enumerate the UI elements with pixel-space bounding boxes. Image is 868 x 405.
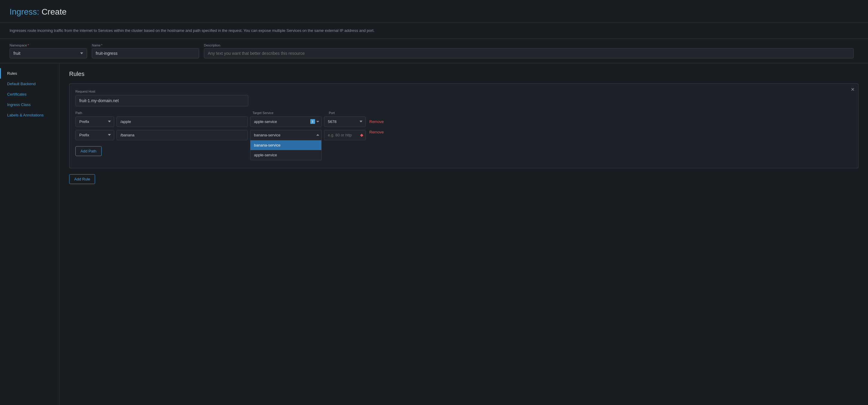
remove-button-2[interactable]: Remove <box>368 130 385 134</box>
page-description: Ingresses route incoming traffic from th… <box>0 23 868 39</box>
sidebar-item-rules[interactable]: Rules <box>0 68 59 79</box>
target-service-col-header: Target Service <box>252 111 324 115</box>
page-header: Ingress: Create <box>0 0 868 23</box>
namespace-field: Namespace* fruit <box>9 43 87 58</box>
path-row-2: Prefix Exact ImplementationSpecific bana… <box>75 130 852 140</box>
description-label: Description <box>204 43 854 47</box>
page-title-accent: Ingress: <box>9 7 39 16</box>
namespace-label-text: Namespace <box>9 43 27 47</box>
name-field: Name* <box>92 43 199 58</box>
chevron-down-icon-1 <box>316 121 319 123</box>
sidebar-label-certificates: Certificates <box>7 92 27 97</box>
service-icons-1: i <box>310 119 319 124</box>
sidebar-label-labels-annotations: Labels & Annotations <box>7 113 43 117</box>
add-path-section: Add Path <box>75 144 852 162</box>
target-service-input-2[interactable] <box>250 130 321 140</box>
target-service-dropdown: banana-service apple-service <box>250 140 321 160</box>
namespace-required: * <box>28 43 29 47</box>
path-input-1[interactable] <box>117 116 248 127</box>
add-rule-button[interactable]: Add Rule <box>69 174 95 184</box>
path-type-select-2[interactable]: Prefix Exact ImplementationSpecific <box>75 130 114 140</box>
sidebar-item-ingress-class[interactable]: Ingress Class <box>0 99 59 110</box>
name-label: Name* <box>92 43 199 47</box>
request-host-group: Request Host <box>75 90 852 106</box>
path-row-1: Prefix Exact ImplementationSpecific i 56… <box>75 116 852 127</box>
name-required: * <box>101 43 102 47</box>
sidebar-label-ingress-class: Ingress Class <box>7 102 31 107</box>
close-button[interactable]: ✕ <box>851 87 855 92</box>
add-path-button[interactable]: Add Path <box>75 146 102 156</box>
main-content: Rules Default Backend Certificates Ingre… <box>0 63 868 405</box>
rule-card: ✕ Request Host Path Target Service Port … <box>69 83 859 168</box>
service-icons-2 <box>316 134 319 136</box>
page-title-rest: Create <box>39 7 67 16</box>
chevron-up-icon-2 <box>316 134 319 136</box>
request-host-input[interactable] <box>75 95 248 106</box>
path-type-select-1[interactable]: Prefix Exact ImplementationSpecific <box>75 116 114 127</box>
content-area: Rules ✕ Request Host Path Target Service… <box>60 63 868 405</box>
namespace-select[interactable]: fruit <box>9 48 87 58</box>
port-input-2[interactable] <box>324 130 366 140</box>
description-field: Description <box>204 43 854 58</box>
page-title: Ingress: Create <box>9 7 859 17</box>
form-row: Namespace* fruit Name* Description <box>0 39 868 63</box>
dropdown-item-apple[interactable]: apple-service <box>250 150 321 160</box>
request-host-label: Request Host <box>75 90 852 93</box>
sidebar: Rules Default Backend Certificates Ingre… <box>0 63 60 405</box>
add-rule-section: Add Rule <box>69 174 859 184</box>
name-input[interactable] <box>92 48 199 58</box>
remove-button-1[interactable]: Remove <box>368 120 385 124</box>
path-col-header: Path <box>75 111 114 115</box>
namespace-label: Namespace* <box>9 43 87 47</box>
sidebar-item-certificates[interactable]: Certificates <box>0 89 59 99</box>
port-field-2: ◆ <box>324 130 366 140</box>
section-title: Rules <box>69 71 859 77</box>
sidebar-label-default-backend: Default Backend <box>7 81 35 86</box>
info-icon-1: i <box>310 119 315 124</box>
name-label-text: Name <box>92 43 100 47</box>
sidebar-item-labels-annotations[interactable]: Labels & Annotations <box>0 110 59 120</box>
target-service-col-2: banana-service apple-service <box>250 130 321 140</box>
port-col-header: Port <box>329 111 371 115</box>
path-input-2[interactable] <box>117 130 248 140</box>
target-service-col-1: i <box>250 116 321 127</box>
dropdown-item-banana[interactable]: banana-service <box>250 140 321 150</box>
path-headers: Path Target Service Port <box>75 111 852 115</box>
port-select-1[interactable]: 5678 <box>324 116 366 127</box>
description-input[interactable] <box>204 48 854 58</box>
sidebar-label-rules: Rules <box>7 71 17 76</box>
description-text: Ingresses route incoming traffic from th… <box>9 28 374 33</box>
sidebar-item-default-backend[interactable]: Default Backend <box>0 79 59 89</box>
port-warning-icon: ◆ <box>360 133 363 137</box>
